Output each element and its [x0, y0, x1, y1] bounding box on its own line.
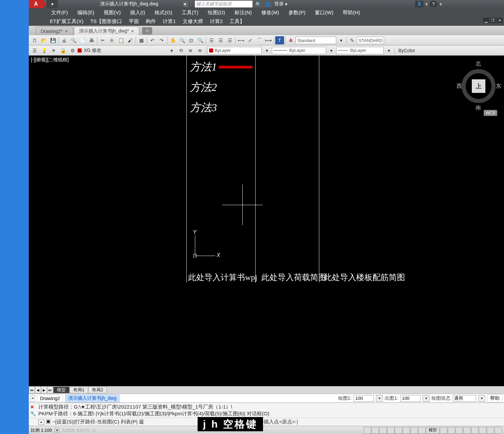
layout-nav-next[interactable]: ▶ — [41, 387, 47, 393]
menu-insert[interactable]: 插入(I) — [125, 9, 150, 16]
match-icon[interactable]: 🖌 — [126, 36, 135, 44]
viewcube-west[interactable]: 西 — [457, 83, 462, 90]
viewcube-east[interactable]: 东 — [496, 83, 501, 90]
menu-view[interactable]: 视图(V) — [99, 9, 125, 16]
linetype-select[interactable]: ByLayer — [272, 47, 326, 54]
properties-icon[interactable]: ☰ — [207, 36, 216, 44]
menu-calc2[interactable]: 计算2 — [206, 18, 226, 25]
window-close[interactable]: ✕ — [488, 0, 504, 8]
plot-icon[interactable]: 🖶 — [87, 36, 96, 44]
menu-format[interactable]: 格式(O) — [150, 9, 177, 16]
redo-icon[interactable]: ↷ — [157, 36, 166, 44]
layout-tab-2[interactable]: 布局2 — [88, 387, 107, 393]
layer-lock-icon[interactable]: 🔒 — [59, 46, 67, 55]
menu-parametric[interactable]: 参数(P) — [284, 9, 310, 16]
doc-close[interactable]: ✕ — [497, 18, 503, 23]
chevron-down-icon[interactable]: ▾ — [327, 46, 336, 55]
copy-icon[interactable]: ⎘ — [107, 36, 116, 44]
menu-wenxiu[interactable]: 文修大师 — [179, 18, 206, 25]
layer-state-icon[interactable]: ⚙ — [68, 46, 77, 55]
search-left-handle[interactable]: ◂ — [183, 1, 188, 7]
layout-nav-prev[interactable]: ◀ — [35, 387, 41, 393]
viewcube-north[interactable]: 北 — [476, 60, 481, 67]
menu-modify[interactable]: 修改(M) — [257, 9, 284, 16]
lineweight-select[interactable]: ByLayer — [336, 47, 384, 54]
osnap-toggle[interactable] — [395, 427, 402, 434]
paste-icon[interactable]: 📋 — [117, 36, 125, 44]
doc-tab-drawing2[interactable]: Drawing2* ✕ — [36, 26, 73, 35]
menu-file[interactable]: 文件(F) — [46, 9, 73, 16]
ortho-toggle[interactable] — [379, 427, 387, 434]
menu-draw[interactable]: 绘图(D) — [203, 9, 230, 16]
polar-toggle[interactable] — [387, 427, 395, 434]
window-maximize[interactable]: □ — [473, 0, 488, 8]
otrack-toggle[interactable] — [403, 427, 410, 434]
status-toggle-3[interactable] — [456, 427, 463, 434]
dim-linear-icon[interactable]: ⟷ — [237, 36, 245, 44]
out1-input[interactable] — [400, 395, 421, 402]
text-icon[interactable]: T — [275, 36, 284, 44]
layout-nav-first[interactable]: ⏮ — [29, 387, 35, 393]
layer-freeze-icon[interactable]: 💡 — [40, 46, 48, 55]
window-minimize[interactable]: — — [457, 0, 473, 8]
new-tab-button[interactable]: + — [142, 27, 152, 35]
layout-tab-model[interactable]: 模型 — [53, 387, 69, 393]
dim-style-select[interactable]: STANDARD — [357, 37, 384, 44]
help-icon[interactable]: ? — [429, 1, 438, 7]
close-icon[interactable]: ✕ — [65, 29, 68, 34]
state-select[interactable] — [452, 395, 476, 402]
doc-restore[interactable]: ❐ — [490, 18, 496, 23]
pan-icon[interactable]: ✋ — [168, 36, 177, 44]
drawing-area[interactable]: [-][俯视][二维线框] 方法1 方法2 方法3 Y X 此处导入计算书wpj… — [29, 56, 504, 386]
viewport-label[interactable]: [-][俯视][二维线框] — [31, 57, 69, 63]
login-link[interactable]: 登录 — [274, 1, 284, 7]
menu-ts[interactable]: TS【图形接口 — [87, 18, 125, 25]
dim-style-icon[interactable]: ✎ — [348, 36, 357, 44]
status-toggle-5[interactable] — [471, 427, 479, 434]
scale-dropdown-icon[interactable]: ▾ — [55, 428, 59, 432]
layer-walk-icon[interactable]: ≋ — [196, 46, 204, 55]
dyn-toggle[interactable] — [410, 427, 418, 434]
viewcube-south[interactable]: 南 — [476, 104, 481, 112]
layer-off-icon[interactable]: ☀ — [49, 46, 58, 55]
layer-iso-icon[interactable]: ≋ — [186, 46, 195, 55]
new-icon[interactable]: 🗋 — [30, 36, 39, 44]
layer-previous-icon[interactable]: ⟲ — [177, 46, 185, 55]
chevron-down-icon[interactable]: ▾ — [478, 395, 485, 402]
doc-minimize[interactable]: ▁ — [483, 18, 489, 23]
dim-arc-icon[interactable]: ⌒ — [255, 36, 264, 44]
lwt-toggle[interactable] — [418, 427, 426, 434]
binoculars-icon[interactable]: 🔍 — [254, 1, 263, 7]
command-input[interactable]: ▸ ▣ ~[设置(S)|打开路径-当前图(C) 列表(P) 最 路径(B) 退出… — [29, 418, 504, 426]
menu-edit[interactable]: 编辑(E) — [73, 9, 99, 16]
status-toggle-4[interactable] — [463, 427, 471, 434]
status-toggle-1[interactable] — [440, 427, 447, 434]
viewcube-top-face[interactable]: 上 — [472, 79, 485, 93]
app-logo[interactable]: A — [29, 0, 43, 8]
zoom-realtime-icon[interactable]: 🔍 — [178, 36, 186, 44]
status-toggle-2[interactable] — [448, 427, 455, 434]
chevron-down-icon[interactable]: ▾ — [167, 46, 176, 55]
chevron-down-icon[interactable]: ▾ — [423, 395, 429, 402]
command-close-icon[interactable]: ✕ — [30, 404, 34, 410]
status-tab-drawing2[interactable]: Drawing2 — [37, 395, 63, 402]
layout-nav-last[interactable]: ⏭ — [47, 387, 53, 393]
exchange-icon[interactable]: X — [415, 1, 423, 7]
preview-icon[interactable]: 🔍 — [69, 36, 78, 44]
tool-palette-icon[interactable]: ☰ — [225, 36, 234, 44]
chevron-down-icon[interactable]: ▾ — [384, 46, 393, 55]
menu-window[interactable]: 窗口(W) — [310, 9, 338, 16]
print-icon[interactable]: 🖨 — [60, 36, 68, 44]
sheet-set-icon[interactable]: ☰ — [216, 36, 225, 44]
text-style-select[interactable]: Standard — [296, 37, 336, 44]
menu-tools[interactable]: 工具(T) — [177, 9, 203, 16]
scale-label[interactable]: 比例 1:100 — [31, 427, 52, 433]
status-toggle-6[interactable] — [479, 427, 486, 434]
layout-tab-1[interactable]: 布局1 — [69, 387, 88, 393]
user-icon[interactable]: 👤 — [263, 1, 272, 7]
help-dropdown[interactable]: ▾ — [438, 1, 443, 7]
draw1-input[interactable] — [354, 395, 374, 402]
view-cube[interactable]: 上 北 南 东 西 — [457, 59, 501, 103]
menu-et-tools[interactable]: ET扩展工具(X) — [46, 18, 87, 25]
chevron-down-icon[interactable]: ▾ — [337, 36, 345, 44]
